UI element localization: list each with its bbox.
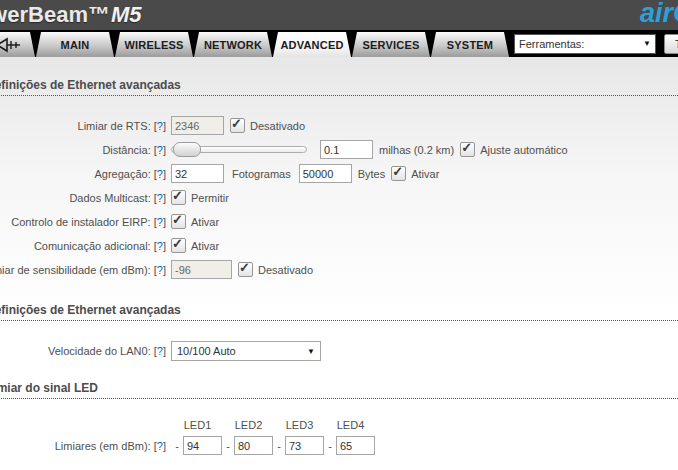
led1-threshold-input[interactable] xyxy=(183,436,222,455)
rts-disabled-checkbox[interactable] xyxy=(230,118,245,133)
tools-dropdown[interactable]: Ferramentas: ▼ xyxy=(514,34,656,54)
distance-slider-handle[interactable] xyxy=(173,142,201,157)
led4-threshold-input[interactable] xyxy=(336,436,375,455)
row-led-thresholds: Limiares (em dBm): [?] - - - - xyxy=(0,436,678,455)
tab-label: WIRELESS xyxy=(124,39,183,51)
tab-label: SERVICES xyxy=(362,39,419,51)
section-title-advanced-wireless: Definições de Ethernet avançadas xyxy=(0,79,678,96)
led1-header: LED1 xyxy=(178,419,217,432)
sensitivity-checkbox-label: Desativado xyxy=(258,264,313,276)
airos-logo: airOS xyxy=(640,0,678,29)
dropdown-arrow-icon: ▼ xyxy=(307,347,315,356)
led2-threshold-input[interactable] xyxy=(234,436,273,455)
tab-label: NETWORK xyxy=(204,39,262,51)
tab-network[interactable]: NETWORK xyxy=(194,32,272,57)
distance-label: Distância: [?] xyxy=(0,144,171,156)
content: Definições de Ethernet avançadas Limiar … xyxy=(0,57,678,448)
row-rts-threshold: Limiar de RTS: [?] Desativado xyxy=(0,116,678,135)
extra-reporting-checkbox-label: Ativar xyxy=(191,240,219,252)
tab-main[interactable]: MAIN xyxy=(36,32,114,57)
tab-services[interactable]: SERVICES xyxy=(352,32,430,57)
led3-threshold-input[interactable] xyxy=(285,436,324,455)
multicast-allow-checkbox[interactable] xyxy=(171,190,186,205)
lan0-speed-select[interactable]: 10/100 Auto ▼ xyxy=(171,341,321,361)
dropdown-arrow-icon: ▼ xyxy=(643,39,651,48)
page: PowerBeam™M5 airOS MAIN WIRELESS NETWORK… xyxy=(0,0,678,448)
tab-label: SYSTEM xyxy=(447,39,493,51)
led4-header: LED4 xyxy=(331,419,370,432)
minus-sign: - xyxy=(273,440,285,452)
brand-logo: PowerBeam™M5 xyxy=(0,2,142,28)
row-multicast: Dados Multicast: [?] Permitir xyxy=(0,188,678,207)
eirp-label: Controlo de instalador EIRP: [?] xyxy=(0,216,171,228)
minus-sign: - xyxy=(222,440,234,452)
distance-checkbox-label: Ajuste automático xyxy=(480,144,567,156)
row-eirp-control: Controlo de instalador EIRP: [?] Ativar xyxy=(0,212,678,231)
eirp-checkbox-label: Ativar xyxy=(191,216,219,228)
tab-advanced[interactable]: ADVANCED xyxy=(273,32,351,57)
minus-sign: - xyxy=(324,440,336,452)
led-thresholds-label: Limiares (em dBm): [?] xyxy=(0,440,171,452)
distance-input[interactable] xyxy=(320,140,373,159)
tab-bar: MAIN WIRELESS NETWORK ADVANCED SERVICES … xyxy=(0,30,678,57)
multicast-checkbox-label: Permitir xyxy=(191,192,229,204)
section-title-advanced-ethernet: Definições de Ethernet avançadas xyxy=(0,304,678,321)
lan0-speed-label: Velocidade do LAN0: [?] xyxy=(0,345,171,357)
led3-header: LED3 xyxy=(280,419,319,432)
brand-model: M5 xyxy=(111,2,142,27)
toolbar: Ferramentas: ▼ Terminar Sessão xyxy=(514,34,678,54)
lan0-speed-value: 10/100 Auto xyxy=(177,345,236,357)
tools-dropdown-label: Ferramentas: xyxy=(519,38,584,50)
row-distance: Distância: [?] milhas (0.2 km) Ajuste au… xyxy=(0,140,678,159)
eirp-enable-checkbox[interactable] xyxy=(171,214,186,229)
tab-label: ADVANCED xyxy=(280,39,343,51)
antenna-icon xyxy=(0,37,21,53)
tab-label: MAIN xyxy=(61,39,90,51)
row-aggregation: Agregação: [?] Fotogramas Bytes Ativar xyxy=(0,164,678,183)
distance-auto-checkbox[interactable] xyxy=(460,142,475,157)
distance-slider[interactable] xyxy=(171,146,307,153)
sensitivity-input[interactable] xyxy=(171,260,232,279)
top-header: PowerBeam™M5 airOS xyxy=(0,0,678,30)
row-lan0-speed: Velocidade do LAN0: [?] 10/100 Auto ▼ xyxy=(0,341,678,361)
rts-threshold-input[interactable] xyxy=(171,116,224,135)
aggregation-frames-unit: Fotogramas xyxy=(232,168,291,180)
tab-system[interactable]: SYSTEM xyxy=(431,32,509,57)
row-extra-reporting: Comunicação adicional: [?] Ativar xyxy=(0,236,678,255)
led-headers-row: LED1 LED2 LED3 LED4 xyxy=(0,419,678,432)
rts-label: Limiar de RTS: [?] xyxy=(0,120,171,132)
extra-reporting-label: Comunicação adicional: [?] xyxy=(0,240,171,252)
section-title-led-threshold: Limiar do sinal LED xyxy=(0,382,678,399)
multicast-label: Dados Multicast: [?] xyxy=(0,192,171,204)
tab-device-icon[interactable] xyxy=(0,32,35,57)
sensitivity-disabled-checkbox[interactable] xyxy=(238,262,253,277)
logout-button[interactable]: Terminar Sessão xyxy=(664,34,678,54)
distance-unit: milhas (0.2 km) xyxy=(379,144,454,156)
aggregation-label: Agregação: [?] xyxy=(0,168,171,180)
rts-checkbox-label: Desativado xyxy=(250,120,305,132)
extra-reporting-enable-checkbox[interactable] xyxy=(171,238,186,253)
brand-name: PowerBeam™ xyxy=(0,2,110,27)
sensitivity-label: Limiar de sensibilidade (em dBm): [?] xyxy=(0,264,171,276)
row-sensitivity-threshold: Limiar de sensibilidade (em dBm): [?] De… xyxy=(0,260,678,279)
aggregation-enable-checkbox[interactable] xyxy=(391,166,406,181)
minus-sign: - xyxy=(171,440,183,452)
tab-wireless[interactable]: WIRELESS xyxy=(115,32,193,57)
aggregation-bytes-unit: Bytes xyxy=(358,168,386,180)
aggregation-frames-input[interactable] xyxy=(171,164,224,183)
led2-header: LED2 xyxy=(229,419,268,432)
aggregation-bytes-input[interactable] xyxy=(299,164,352,183)
aggregation-checkbox-label: Ativar xyxy=(411,168,439,180)
